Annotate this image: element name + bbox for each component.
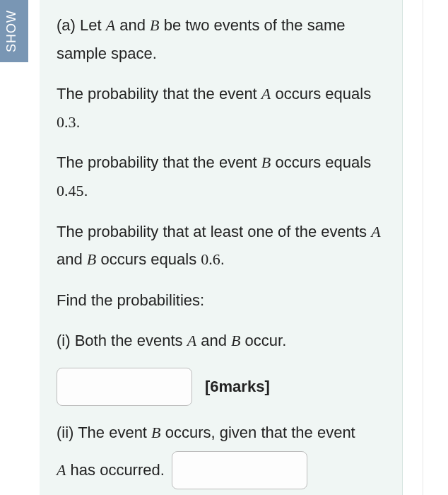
right-strip — [423, 0, 448, 495]
prob-union-statement: The probability that at least one of the… — [57, 218, 385, 274]
var-a: A — [57, 461, 66, 479]
value: 0.6 — [201, 250, 220, 268]
text: The probability that the event — [57, 85, 261, 103]
part-a-intro: (a) Let A and B be two events of the sam… — [57, 11, 385, 67]
text: and — [196, 332, 231, 349]
part-ii: (ii) The event B occurs, given that the … — [57, 419, 385, 447]
var-b: B — [151, 424, 160, 441]
part-i-answer-row: [6marks] — [57, 368, 385, 406]
var-a: A — [261, 85, 271, 103]
var-b: B — [87, 250, 96, 268]
answer-input-ii[interactable] — [172, 451, 307, 489]
answer-input-i[interactable] — [57, 368, 192, 406]
text: occurs equals — [271, 85, 371, 103]
value: 0.3 — [57, 113, 76, 131]
part-ii-line2: A has occurred. — [57, 451, 385, 489]
marks-i: [6marks] — [205, 378, 270, 396]
text: has occurred. — [66, 461, 164, 479]
prob-b-statement: The probability that the event B occurs … — [57, 148, 385, 204]
find-heading: Find the probabilities: — [57, 286, 385, 315]
text: occurs, given that the event — [161, 424, 355, 441]
value: 0.45 — [57, 182, 84, 199]
text: occurs equals — [271, 153, 371, 171]
show-tab-label: SHOW — [4, 10, 18, 52]
var-a: A — [187, 332, 196, 349]
text: The probability that at least one of the… — [57, 223, 371, 240]
var-b: B — [261, 153, 271, 171]
text: occur. — [241, 332, 287, 349]
text: The probability that the event — [57, 153, 261, 171]
text: . — [220, 250, 225, 268]
text: . — [84, 182, 88, 199]
question-panel: (a) Let A and B be two events of the sam… — [40, 0, 403, 495]
var-b: B — [231, 332, 240, 349]
show-tab[interactable]: SHOW — [0, 0, 28, 62]
var-a: A — [106, 16, 115, 34]
prob-a-statement: The probability that the event A occurs … — [57, 80, 385, 136]
part-i: (i) Both the events A and B occur. — [57, 327, 385, 355]
text: (ii) The event — [57, 424, 151, 441]
text: (a) Let — [57, 16, 106, 34]
text: (i) Both the events — [57, 332, 187, 349]
text: occurs equals — [96, 250, 201, 268]
text: and — [115, 16, 150, 34]
text: . — [76, 113, 81, 131]
var-b: B — [150, 16, 159, 34]
text: and — [57, 250, 87, 268]
var-a: A — [371, 223, 380, 240]
